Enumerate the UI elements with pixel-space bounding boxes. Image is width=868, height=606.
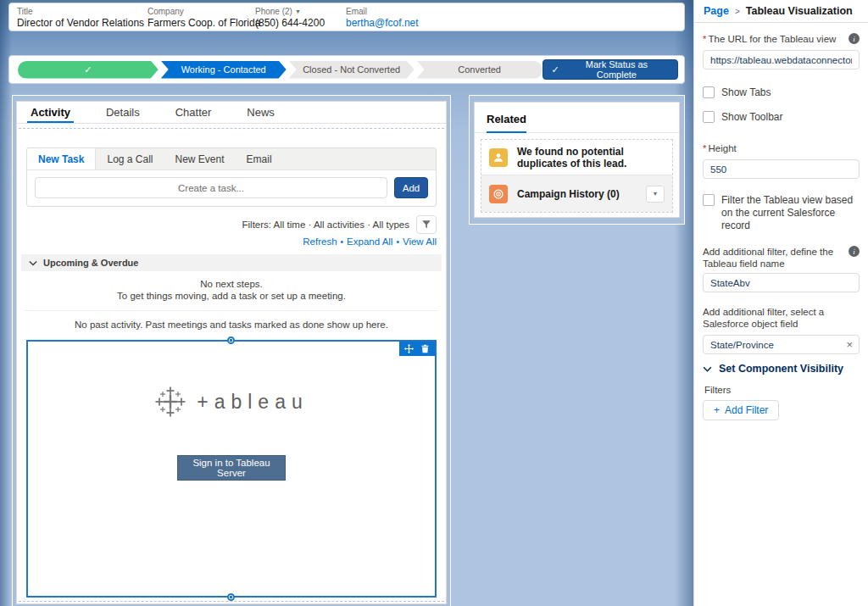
upcoming-overdue-section[interactable]: Upcoming & Overdue [21, 254, 442, 271]
separator: • [396, 237, 399, 247]
filter-button[interactable] [416, 215, 437, 234]
record-filter-label: Filter the Tableau view based on the cur… [721, 194, 860, 232]
field-value: Farmers Coop. of Florida [147, 17, 255, 29]
chevron-down-icon[interactable]: ▼ [295, 8, 301, 14]
tab-new-event[interactable]: New Event [164, 148, 236, 170]
record-filter-row: Filter the Tableau view based on the cur… [703, 194, 860, 232]
path-stage-completed[interactable]: ✓ [18, 61, 159, 79]
right-column-region: Related We found no potential duplicates… [469, 95, 685, 225]
campaign-history-row[interactable]: Campaign History (0) ▼ [481, 175, 672, 212]
field-value: (850) 644-4200 [255, 17, 346, 29]
show-tabs-checkbox[interactable] [703, 86, 715, 98]
add-task-button[interactable]: Add [394, 177, 428, 198]
chevron-down-icon: ▼ [653, 191, 659, 197]
info-icon[interactable]: i [849, 33, 860, 44]
record-tabset: Activity Details Chatter News [17, 102, 446, 124]
path-stage-working-contacted[interactable]: Working - Contacted [161, 61, 287, 79]
show-toolbar-row: Show Toolbar [703, 111, 860, 124]
visibility-section-title: Set Component Visibility [719, 363, 843, 375]
breadcrumb-separator: > [735, 7, 740, 16]
height-field-label: *Height [703, 142, 860, 154]
builder-drop-zone: New Task Log a Call New Event Email Add … [19, 128, 444, 602]
filters-summary: Filters: All time · All activities · All… [242, 220, 409, 230]
tableau-field-input[interactable] [703, 273, 860, 292]
timeline-links-row: Refresh • Expand All • View All [26, 236, 437, 247]
tab-chatter[interactable]: Chatter [175, 102, 212, 123]
expand-all-link[interactable]: Expand All [347, 236, 392, 247]
lead-duplicates-icon [489, 148, 508, 167]
tab-news[interactable]: News [247, 102, 275, 123]
highlights-panel[interactable]: Title Director of Vendor Relations Compa… [8, 3, 685, 31]
tab-activity[interactable]: Activity [31, 102, 70, 123]
clear-icon[interactable]: × [846, 338, 853, 351]
path-panel: ✓ Working - Contacted Closed - Not Conve… [8, 55, 685, 84]
tableau-logo-mark-icon [154, 386, 186, 418]
field-company: Company Farmers Coop. of Florida [147, 6, 255, 31]
campaign-history-icon [489, 185, 508, 203]
set-component-visibility-section[interactable]: Set Component Visibility [703, 363, 860, 375]
composer-tabset: New Task Log a Call New Event Email [27, 148, 436, 170]
salesforce-field-label: Add additional filter, select a Salesfor… [703, 306, 860, 330]
timeline-filters-row: Filters: All time · All activities · All… [26, 215, 437, 234]
tab-details[interactable]: Details [106, 102, 140, 123]
email-link[interactable]: bertha@fcof.net [346, 17, 684, 29]
tableau-visualization-component[interactable]: +ableau Sign in to Tableau Server [26, 340, 437, 598]
show-toolbar-checkbox[interactable] [703, 111, 715, 123]
path-stage-converted[interactable]: Converted [417, 61, 542, 79]
filters-label: Filters [703, 385, 860, 395]
record-tabs-panel: Activity Details Chatter News New Task L… [16, 101, 447, 604]
related-panel: Related We found no potential duplicates… [474, 102, 680, 218]
create-task-input[interactable] [35, 177, 387, 198]
page-canvas: Title Director of Vendor Relations Compa… [0, 0, 693, 606]
chevron-down-icon [703, 366, 712, 372]
tab-email[interactable]: Email [236, 148, 283, 170]
resize-handle-bottom[interactable] [227, 593, 235, 601]
campaign-history-menu-button[interactable]: ▼ [646, 186, 665, 203]
record-filter-checkbox[interactable] [703, 194, 715, 206]
lightning-app-builder: Title Director of Vendor Relations Compa… [0, 0, 868, 606]
height-input[interactable] [703, 159, 860, 179]
view-all-link[interactable]: View All [403, 236, 437, 247]
duplicates-alert-row[interactable]: We found no potential duplicates of this… [481, 140, 672, 175]
path-stage-closed-not-converted[interactable]: Closed - Not Converted [289, 61, 415, 79]
show-tabs-row: Show Tabs [703, 86, 860, 99]
no-past-activity-message: No past activity. Past meetings and task… [25, 310, 438, 330]
separator: • [341, 237, 344, 247]
mark-status-complete-button[interactable]: ✓ Mark Status as Complete [542, 59, 678, 80]
refresh-link[interactable]: Refresh [303, 236, 337, 247]
breadcrumb-page-link[interactable]: Page [704, 5, 729, 17]
show-tabs-label: Show Tabs [721, 86, 771, 99]
tableau-wordmark: +ableau [197, 391, 309, 414]
tableau-url-input[interactable] [703, 50, 860, 69]
tab-log-a-call[interactable]: Log a Call [96, 148, 164, 170]
plus-icon: + [714, 404, 720, 416]
main-column-region: Activity Details Chatter News New Task L… [12, 95, 451, 606]
related-tabset: Related [475, 103, 679, 133]
tab-new-task[interactable]: New Task [27, 148, 96, 170]
funnel-icon [421, 220, 431, 230]
tableau-logo: +ableau [28, 386, 435, 418]
resize-handle-top[interactable] [227, 336, 235, 344]
field-value: Director of Vendor Relations [17, 17, 147, 29]
tableau-sign-in-button[interactable]: Sign in to Tableau Server [177, 455, 286, 481]
salesforce-field-input[interactable] [703, 335, 860, 354]
sales-path: ✓ Working - Contacted Closed - Not Conve… [18, 61, 542, 79]
check-icon: ✓ [84, 64, 92, 75]
campaign-history-label: Campaign History (0) [517, 188, 620, 200]
info-icon[interactable]: i [849, 246, 860, 257]
activity-composer: New Task Log a Call New Event Email Add [26, 147, 437, 207]
move-icon[interactable] [404, 344, 414, 353]
field-email: Email bertha@fcof.net [346, 6, 684, 31]
duplicates-message: We found no potential duplicates of this… [517, 146, 665, 170]
trash-icon[interactable] [420, 344, 430, 353]
salesforce-field-combobox: × [703, 335, 860, 354]
tab-related[interactable]: Related [487, 113, 526, 133]
component-properties-sidebar: Page > Tableau Visualization *The URL fo… [693, 0, 868, 606]
tableau-field-label: Add additional filter, define the Tablea… [703, 246, 860, 270]
add-filter-button[interactable]: + Add Filter [703, 400, 779, 420]
field-label: Title [17, 6, 147, 17]
field-phone: Phone (2)▼ (850) 644-4200 [255, 6, 346, 31]
field-label: Email [346, 6, 684, 17]
task-composer-row: Add [27, 170, 436, 206]
check-icon: ✓ [552, 64, 559, 75]
